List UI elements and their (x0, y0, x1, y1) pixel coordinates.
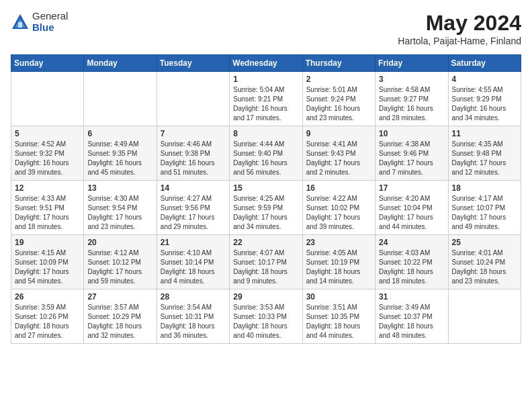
day-info: Sunrise: 3:59 AMSunset: 10:26 PMDaylight… (15, 303, 80, 340)
day-info: Sunrise: 3:49 AMSunset: 10:37 PMDaylight… (379, 303, 444, 340)
table-row (11, 72, 84, 126)
table-row: 5Sunrise: 4:52 AMSunset: 9:32 PMDaylight… (11, 126, 84, 181)
day-number: 15 (233, 183, 298, 193)
day-info: Sunrise: 4:20 AMSunset: 10:04 PMDaylight… (379, 194, 444, 232)
logo-text: General Blue (32, 11, 68, 33)
table-row: 10Sunrise: 4:38 AMSunset: 9:46 PMDayligh… (375, 126, 448, 181)
table-row: 14Sunrise: 4:27 AMSunset: 9:56 PMDayligh… (157, 181, 229, 235)
day-number: 18 (452, 183, 517, 193)
day-number: 7 (161, 129, 226, 138)
header-monday: Monday (84, 55, 157, 72)
day-number: 27 (87, 292, 152, 302)
table-row: 1Sunrise: 5:04 AMSunset: 9:21 PMDaylight… (230, 72, 302, 126)
day-info: Sunrise: 4:55 AMSunset: 9:29 PMDaylight:… (452, 85, 517, 123)
table-row: 18Sunrise: 4:17 AMSunset: 10:07 PMDaylig… (448, 181, 521, 235)
day-info: Sunrise: 3:54 AMSunset: 10:31 PMDaylight… (161, 303, 226, 340)
table-row: 2Sunrise: 5:01 AMSunset: 9:24 PMDaylight… (302, 72, 375, 126)
calendar-title: May 2024 (398, 11, 521, 36)
day-number: 8 (233, 129, 298, 138)
day-number: 20 (87, 238, 152, 247)
day-number: 17 (379, 183, 444, 193)
day-info: Sunrise: 4:58 AMSunset: 9:27 PMDaylight:… (379, 85, 444, 123)
header-wednesday: Wednesday (230, 55, 302, 72)
day-info: Sunrise: 5:01 AMSunset: 9:24 PMDaylight:… (306, 85, 371, 123)
header-sunday: Sunday (11, 55, 84, 72)
day-info: Sunrise: 4:44 AMSunset: 9:40 PMDaylight:… (233, 140, 298, 177)
table-row: 28Sunrise: 3:54 AMSunset: 10:31 PMDaylig… (157, 289, 229, 344)
day-info: Sunrise: 4:52 AMSunset: 9:32 PMDaylight:… (15, 140, 80, 177)
day-info: Sunrise: 4:07 AMSunset: 10:17 PMDaylight… (233, 248, 298, 286)
calendar-table: Sunday Monday Tuesday Wednesday Thursday… (11, 54, 521, 344)
day-number: 4 (452, 75, 517, 84)
table-row: 16Sunrise: 4:22 AMSunset: 10:02 PMDaylig… (302, 181, 375, 235)
day-info: Sunrise: 4:41 AMSunset: 9:43 PMDaylight:… (306, 140, 371, 177)
logo: General Blue (11, 11, 68, 33)
day-info: Sunrise: 4:38 AMSunset: 9:46 PMDaylight:… (379, 140, 444, 177)
table-row: 24Sunrise: 4:03 AMSunset: 10:22 PMDaylig… (375, 235, 448, 289)
table-row: 30Sunrise: 3:51 AMSunset: 10:35 PMDaylig… (302, 289, 375, 344)
day-number: 31 (379, 292, 444, 302)
day-number: 14 (161, 183, 226, 193)
day-number: 16 (306, 183, 371, 193)
calendar-location: Hartola, Paijat-Hame, Finland (398, 36, 521, 46)
day-info: Sunrise: 4:30 AMSunset: 9:54 PMDaylight:… (87, 194, 152, 232)
table-row: 4Sunrise: 4:55 AMSunset: 9:29 PMDaylight… (448, 72, 521, 126)
day-info: Sunrise: 4:49 AMSunset: 9:35 PMDaylight:… (87, 140, 152, 177)
table-row: 11Sunrise: 4:35 AMSunset: 9:48 PMDayligh… (448, 126, 521, 181)
svg-rect-2 (18, 22, 22, 28)
calendar-week-row: 19Sunrise: 4:15 AMSunset: 10:09 PMDaylig… (11, 235, 521, 289)
table-row: 20Sunrise: 4:12 AMSunset: 10:12 PMDaylig… (84, 235, 157, 289)
day-info: Sunrise: 4:01 AMSunset: 10:24 PMDaylight… (452, 248, 517, 286)
table-row: 17Sunrise: 4:20 AMSunset: 10:04 PMDaylig… (375, 181, 448, 235)
table-row: 26Sunrise: 3:59 AMSunset: 10:26 PMDaylig… (11, 289, 84, 344)
table-row: 25Sunrise: 4:01 AMSunset: 10:24 PMDaylig… (448, 235, 521, 289)
day-info: Sunrise: 3:57 AMSunset: 10:29 PMDaylight… (87, 303, 152, 340)
table-row (157, 72, 229, 126)
day-number: 19 (15, 238, 80, 247)
header-saturday: Saturday (448, 55, 521, 72)
day-number: 28 (161, 292, 226, 302)
day-info: Sunrise: 4:25 AMSunset: 9:59 PMDaylight:… (233, 194, 298, 232)
day-number: 6 (87, 129, 152, 138)
day-number: 3 (379, 75, 444, 84)
day-number: 1 (233, 75, 298, 84)
day-number: 29 (233, 292, 298, 302)
table-row: 13Sunrise: 4:30 AMSunset: 9:54 PMDayligh… (84, 181, 157, 235)
day-info: Sunrise: 5:04 AMSunset: 9:21 PMDaylight:… (233, 85, 298, 123)
day-number: 5 (15, 129, 80, 138)
table-row: 22Sunrise: 4:07 AMSunset: 10:17 PMDaylig… (230, 235, 302, 289)
table-row: 27Sunrise: 3:57 AMSunset: 10:29 PMDaylig… (84, 289, 157, 344)
header-tuesday: Tuesday (157, 55, 229, 72)
table-row: 23Sunrise: 4:05 AMSunset: 10:19 PMDaylig… (302, 235, 375, 289)
day-number: 11 (452, 129, 517, 138)
day-number: 10 (379, 129, 444, 138)
day-info: Sunrise: 4:33 AMSunset: 9:51 PMDaylight:… (15, 194, 80, 232)
day-number: 26 (15, 292, 80, 302)
day-number: 21 (161, 238, 226, 247)
day-info: Sunrise: 3:51 AMSunset: 10:35 PMDaylight… (306, 303, 371, 340)
day-info: Sunrise: 4:10 AMSunset: 10:14 PMDaylight… (161, 248, 226, 286)
table-row: 21Sunrise: 4:10 AMSunset: 10:14 PMDaylig… (157, 235, 229, 289)
header-thursday: Thursday (302, 55, 375, 72)
calendar-week-row: 1Sunrise: 5:04 AMSunset: 9:21 PMDaylight… (11, 72, 521, 126)
table-row: 29Sunrise: 3:53 AMSunset: 10:33 PMDaylig… (230, 289, 302, 344)
day-number: 12 (15, 183, 80, 193)
day-number: 23 (306, 238, 371, 247)
day-info: Sunrise: 4:12 AMSunset: 10:12 PMDaylight… (87, 248, 152, 286)
day-info: Sunrise: 4:35 AMSunset: 9:48 PMDaylight:… (452, 140, 517, 177)
table-row: 19Sunrise: 4:15 AMSunset: 10:09 PMDaylig… (11, 235, 84, 289)
day-info: Sunrise: 3:53 AMSunset: 10:33 PMDaylight… (233, 303, 298, 340)
day-number: 22 (233, 238, 298, 247)
table-row: 6Sunrise: 4:49 AMSunset: 9:35 PMDaylight… (84, 126, 157, 181)
day-number: 2 (306, 75, 371, 84)
table-row (84, 72, 157, 126)
calendar-week-row: 5Sunrise: 4:52 AMSunset: 9:32 PMDaylight… (11, 126, 521, 181)
day-info: Sunrise: 4:15 AMSunset: 10:09 PMDaylight… (15, 248, 80, 286)
logo-icon (11, 13, 30, 32)
calendar-week-row: 26Sunrise: 3:59 AMSunset: 10:26 PMDaylig… (11, 289, 521, 344)
day-info: Sunrise: 4:27 AMSunset: 9:56 PMDaylight:… (161, 194, 226, 232)
logo-blue-text: Blue (32, 22, 68, 34)
logo-general-text: General (32, 11, 68, 22)
table-row: 9Sunrise: 4:41 AMSunset: 9:43 PMDaylight… (302, 126, 375, 181)
page-header: General Blue May 2024 Hartola, Paijat-Ha… (11, 11, 521, 46)
